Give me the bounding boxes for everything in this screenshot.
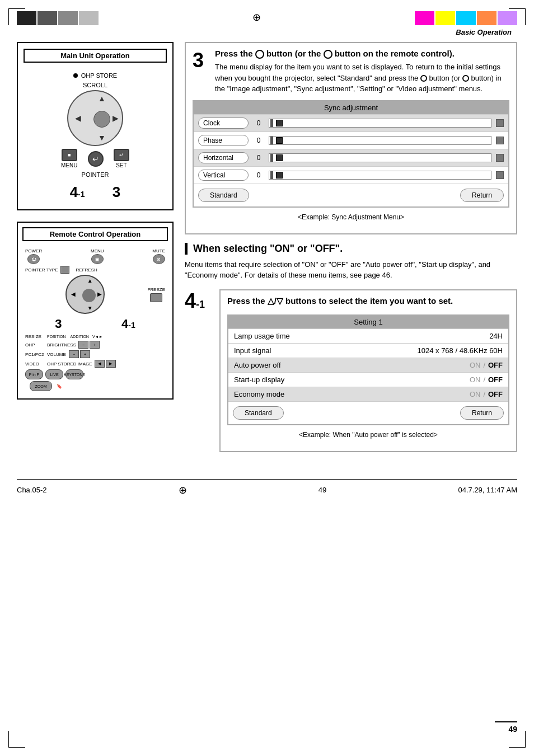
bottom-bar: Cha.05-2 ⊕ 49 04.7.29, 11:47 AM: [17, 479, 517, 496]
remote-resize-row: RESIZE POSITION ADDITION V◄►: [25, 334, 165, 339]
bottom-left: Cha.05-2: [17, 486, 46, 494]
main-unit-operation-box: Main Unit Operation OHP STORE SCROLL ▲ ▼…: [17, 42, 174, 210]
volume-minus[interactable]: −: [69, 350, 79, 358]
setting1-table: Setting 1 Lamp usage time 24H Input sign…: [227, 314, 509, 425]
ohp-stored-label: OHP STORED IMAGE: [47, 361, 92, 367]
sync-standard-btn[interactable]: Standard: [198, 189, 249, 202]
pc-label: PC1/PC2: [25, 352, 45, 357]
sync-bar-fill-vertical: [270, 171, 273, 179]
brightness-minus[interactable]: −: [78, 341, 88, 349]
bottom-center: 49: [318, 486, 326, 494]
remote-video-row: VIDEO OHP STORED IMAGE ◀ ▶: [25, 360, 165, 368]
ohp-stored-prev[interactable]: ◀: [95, 360, 105, 368]
volume-btns: − +: [69, 350, 90, 358]
power-button[interactable]: ⏻: [27, 254, 40, 264]
remote-bottom-btns: RESIZE POSITION ADDITION V◄► OHP BRIGHTN…: [25, 334, 165, 391]
mute-button[interactable]: ⊠: [153, 254, 165, 264]
remote-step41: 4-1: [121, 317, 135, 331]
print-marks-left: [17, 11, 99, 25]
lamp-label: Lamp usage time: [234, 332, 489, 340]
auto-power-label: Auto power off: [234, 361, 470, 369]
setting-footer: Standard Return: [228, 401, 508, 424]
when-section: When selecting "ON" or "OFF".: [185, 243, 517, 255]
keystone-btn[interactable]: KEYSTONE: [65, 369, 83, 379]
set-icon2: [324, 50, 332, 59]
dpad-circle: ▲ ▼ ◀ ▶: [67, 90, 123, 146]
sync-adjustment-table: Sync adjustment Clock 0 Phase: [193, 100, 509, 208]
left-panel: Main Unit Operation OHP STORE SCROLL ▲ ▼…: [17, 42, 174, 462]
ohp-stored-btns: ◀ ▶: [95, 360, 116, 368]
sync-row-clock: Clock 0: [194, 114, 508, 132]
remote-up[interactable]: ▲: [87, 278, 93, 284]
remote-ohp-row: OHP BRIGHTNESS − +: [25, 341, 165, 349]
sync-row-horizontal: Horizontal 0: [194, 149, 508, 166]
setting-row-economy: Economy mode ON / OFF: [228, 387, 508, 401]
sync-indicator-phase: [276, 137, 283, 144]
pinp-btn[interactable]: P in P: [25, 369, 43, 379]
remote-right[interactable]: ▶: [97, 291, 102, 297]
page-number: 49: [495, 721, 517, 734]
dpad-down-arrow[interactable]: ▼: [98, 133, 106, 142]
set-label: SET: [116, 162, 127, 168]
ohp-label: OHP: [25, 342, 45, 348]
step3-box: 3 Press the button (or the button on the…: [185, 42, 517, 234]
remote-dpad: ▲ ▼ ◀ ▶: [63, 275, 107, 314]
power-label: POWER: [25, 248, 42, 253]
setting-return-btn[interactable]: Return: [460, 406, 504, 420]
remote-down[interactable]: ▼: [87, 305, 93, 311]
sync-val-clock: 0: [253, 119, 264, 127]
setting-standard-btn[interactable]: Standard: [233, 406, 284, 420]
control-panel: OHP STORE SCROLL ▲ ▼ ◀ ▶: [24, 69, 167, 204]
page-container: ⊕ Basic Operation Main Unit Operation OH…: [0, 0, 534, 756]
brightness-label: BRIGHTNESS: [47, 342, 76, 348]
sync-return-btn[interactable]: Return: [460, 189, 504, 202]
corner-mark-tr: [509, 8, 526, 25]
when-body: Menu items that require selection of "ON…: [185, 259, 517, 281]
brightness-plus[interactable]: +: [90, 341, 100, 349]
step3-description: Press the button (or the button on the r…: [215, 49, 509, 95]
bottom-right: 04.7.29, 11:47 AM: [458, 486, 517, 494]
pm-block-4: [79, 11, 99, 25]
enter-button[interactable]: ↵: [88, 151, 104, 167]
setting-row-startup: Start-up display ON / OFF: [228, 372, 508, 387]
lamp-value: 24H: [489, 332, 503, 340]
remote-menu-button[interactable]: ▣: [91, 254, 104, 264]
remote-panel: POWER ⏻ MENU ▣ MUTE ⊠: [22, 246, 168, 394]
sync-label-phase: Phase: [198, 135, 249, 146]
freeze-btn[interactable]: [150, 293, 162, 302]
set-button[interactable]: ↵: [114, 149, 129, 161]
volume-plus[interactable]: +: [80, 350, 90, 358]
remote-step3: 3: [55, 317, 62, 331]
corner-mark-tl: [8, 8, 25, 25]
ohp-store-row: OHP STORE: [73, 72, 117, 79]
dpad-right-arrow[interactable]: ▶: [113, 114, 119, 123]
startup-label: Start-up display: [234, 375, 470, 384]
auto-power-value: ON / OFF: [470, 361, 503, 369]
live-btn[interactable]: LIVE: [45, 369, 63, 379]
sync-bar-phase: [269, 136, 491, 145]
ohp-stored-next[interactable]: ▶: [106, 360, 116, 368]
sync-row-phase: Phase 0: [194, 132, 508, 149]
pointer-label: POINTER: [82, 171, 109, 178]
zoom-btn[interactable]: ZOOM: [30, 381, 52, 391]
dpad-left-arrow[interactable]: ◀: [75, 114, 81, 123]
right-panel: 3 Press the button (or the button on the…: [185, 42, 517, 462]
sync-header: Sync adjustment: [194, 101, 508, 114]
sync-indicator-horizontal: [276, 154, 283, 161]
remote-pointer-row: POINTER TYPE REFRESH: [25, 266, 165, 274]
remote-left[interactable]: ◀: [71, 291, 76, 297]
remote-dpad-area: ▲ ▼ ◀ ▶ FREEZE: [25, 275, 165, 314]
step-41-num: 4: [70, 184, 78, 200]
step3-body: The menu display for the item you want t…: [215, 62, 509, 95]
economy-label: Economy mode: [234, 390, 470, 398]
dpad-up-arrow[interactable]: ▲: [98, 94, 106, 103]
pointer-type-btn[interactable]: [60, 266, 69, 274]
auto-off: OFF: [488, 361, 503, 369]
sync-caption: <Example: Sync Adjustment Menu>: [193, 213, 509, 221]
remote-pin-row: P in P LIVE KEYSTONE: [25, 369, 165, 379]
corner-mark-bl: [8, 731, 25, 748]
print-marks-right: [415, 11, 517, 25]
menu-label: MENU: [61, 162, 77, 168]
menu-button[interactable]: ■: [62, 149, 77, 161]
setting-row-input: Input signal 1024 x 768 / 48.6KHz 60H: [228, 343, 508, 358]
